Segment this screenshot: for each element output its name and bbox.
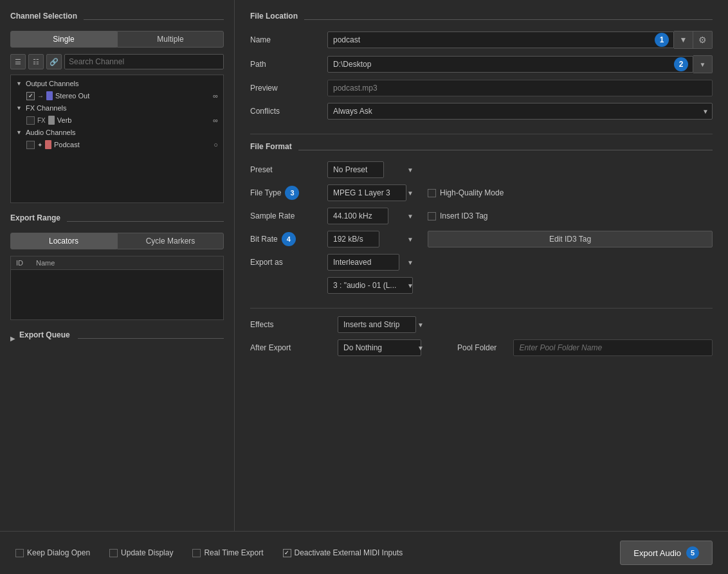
col-id: ID: [16, 259, 23, 267]
real-time-checkbox[interactable]: [192, 549, 201, 557]
name-gear-icon[interactable]: ⚙: [693, 31, 713, 49]
path-label: Path: [250, 60, 327, 69]
channel-selection-title: Channel Selection: [10, 12, 77, 21]
update-display-check-label[interactable]: Update Display: [109, 548, 173, 557]
verb-color: [48, 116, 55, 125]
bit-rate-select[interactable]: 64 kB/s 128 kB/s 192 kB/s 256 kB/s 320 k…: [327, 231, 379, 247]
podcast-color: [45, 140, 51, 149]
tab-cycle-markers[interactable]: Cycle Markers: [117, 233, 224, 249]
export-range-title: Export Range: [10, 213, 60, 222]
fx-channels-group[interactable]: ▼ FX Channels: [11, 102, 223, 114]
file-format-title: File Format: [250, 142, 292, 151]
podcast-icon: ✦: [37, 141, 42, 148]
path-dropdown-icon[interactable]: ▼: [693, 55, 713, 73]
stereo-out-checkbox[interactable]: [26, 92, 35, 100]
fx-arrow-icon: ▼: [16, 105, 22, 111]
verb-checkbox[interactable]: [26, 116, 35, 125]
export-as-select[interactable]: Interleaved Split Channels: [327, 254, 399, 271]
keep-dialog-label: Keep Dialog Open: [27, 548, 90, 557]
output-channels-label: Output Channels: [26, 80, 79, 87]
bit-rate-arrow-icon: ▼: [407, 236, 414, 243]
stereo-out-label: Stereo Out: [55, 92, 89, 100]
stereo-out-link-icon: ∞: [213, 92, 218, 100]
name-dropdown-icon[interactable]: ▼: [674, 31, 693, 49]
update-display-label: Update Display: [121, 548, 173, 557]
export-audio-label: Export Audio: [633, 548, 681, 558]
podcast-checkbox[interactable]: [26, 141, 35, 149]
high-quality-check-label[interactable]: High-Quality Mode: [428, 188, 504, 197]
bottom-bar: Keep Dialog Open Update Display Real Tim…: [0, 531, 728, 574]
effects-label: Effects: [250, 320, 327, 329]
export-range-tabs: Locators Cycle Markers: [10, 233, 224, 249]
audio-channels-group[interactable]: ▼ Audio Channels: [11, 127, 223, 138]
channel-list-icon[interactable]: ☰: [10, 54, 26, 69]
insert-id3-check-label[interactable]: Insert ID3 Tag: [428, 211, 487, 220]
channel-expand-icon[interactable]: ☷: [28, 54, 44, 69]
preset-arrow-icon: ▼: [407, 166, 414, 174]
insert-id3-label: Insert ID3 Tag: [440, 211, 487, 220]
insert-id3-checkbox[interactable]: [428, 212, 436, 220]
verb-label: Verb: [57, 116, 72, 124]
export-audio-button[interactable]: Export Audio 5: [620, 541, 713, 565]
update-display-checkbox[interactable]: [109, 549, 118, 557]
name-input[interactable]: [327, 31, 674, 48]
preset-label: Preset: [250, 165, 327, 174]
edit-id3-button[interactable]: Edit ID3 Tag: [428, 231, 713, 247]
effects-select[interactable]: Inserts and Strip Inserts Only No Effect…: [338, 316, 416, 333]
deactivate-midi-checkbox[interactable]: [283, 549, 291, 557]
sample-rate-select[interactable]: 44.100 kHz 48.000 kHz 88.200 kHz 96.000 …: [327, 208, 388, 224]
channel-mode-tabs: Single Multiple: [10, 31, 224, 48]
export-queue-title: Export Queue: [19, 330, 70, 339]
preset-select[interactable]: No Preset: [327, 161, 384, 178]
after-export-label: After Export: [250, 343, 327, 352]
high-quality-label: High-Quality Mode: [440, 188, 504, 197]
keep-dialog-check-label[interactable]: Keep Dialog Open: [15, 548, 90, 557]
col-name: Name: [36, 259, 55, 267]
deactivate-midi-check-label[interactable]: Deactivate External MIDI Inputs: [283, 548, 403, 557]
audio-arrow-icon: ▼: [16, 129, 22, 136]
podcast-item[interactable]: ✦ Podcast ○: [11, 138, 223, 151]
deactivate-midi-label: Deactivate External MIDI Inputs: [295, 548, 403, 557]
channel-select[interactable]: 3 : "audio - 01 (L...: [327, 277, 413, 294]
verb-item[interactable]: FX Verb ∞: [11, 114, 223, 127]
locators-table: ID Name: [10, 256, 224, 320]
pool-folder-label: Pool Folder: [457, 343, 496, 352]
fx-channels-label: FX Channels: [26, 104, 67, 112]
tab-multiple[interactable]: Multiple: [117, 31, 224, 48]
output-arrow-icon: ▼: [16, 80, 22, 87]
name-label: Name: [250, 35, 327, 44]
file-type-select[interactable]: MPEG 1 Layer 3 Wave File AIFF File FLAC …: [327, 184, 406, 201]
stereo-out-item[interactable]: → Stereo Out ∞: [11, 89, 223, 102]
podcast-label: Podcast: [54, 141, 80, 148]
verb-fx-icon: FX: [37, 117, 46, 124]
audio-channels-label: Audio Channels: [26, 129, 76, 136]
real-time-label: Real Time Export: [204, 548, 263, 557]
high-quality-checkbox[interactable]: [428, 189, 436, 197]
effects-arrow-icon: ▼: [417, 321, 424, 328]
keep-dialog-checkbox[interactable]: [15, 549, 24, 557]
pool-folder-input[interactable]: [513, 339, 713, 356]
sample-rate-label: Sample Rate: [250, 211, 327, 220]
preview-label: Preview: [250, 84, 327, 93]
verb-link-icon: ∞: [213, 116, 218, 124]
badge-5: 5: [686, 546, 699, 559]
bit-rate-label: Bit Rate: [250, 235, 278, 244]
after-export-select[interactable]: Do Nothing Open in WaveLab Delete Files: [338, 339, 421, 356]
search-channel-input[interactable]: [64, 54, 224, 69]
channel-link-icon[interactable]: 🔗: [46, 54, 62, 69]
path-input[interactable]: [327, 56, 693, 73]
preview-input: [327, 80, 713, 96]
real-time-check-label[interactable]: Real Time Export: [192, 548, 263, 557]
sample-rate-arrow-icon: ▼: [407, 213, 414, 220]
tab-single[interactable]: Single: [10, 31, 117, 48]
export-as-label: Export as: [250, 258, 327, 267]
podcast-link-icon: ○: [214, 141, 218, 148]
file-type-arrow-icon: ▼: [407, 190, 414, 197]
export-queue-arrow-icon: ▶: [10, 335, 15, 342]
stereo-out-color: [46, 91, 53, 100]
output-channels-group[interactable]: ▼ Output Channels: [11, 78, 223, 89]
tab-locators[interactable]: Locators: [10, 233, 117, 249]
conflicts-select[interactable]: Always Ask Overwrite Keep Old Create Uni…: [327, 103, 713, 120]
channel-tree: ▼ Output Channels → Stereo Out ∞ ▼ FX Ch…: [10, 75, 224, 203]
file-type-label: File Type: [250, 188, 281, 197]
